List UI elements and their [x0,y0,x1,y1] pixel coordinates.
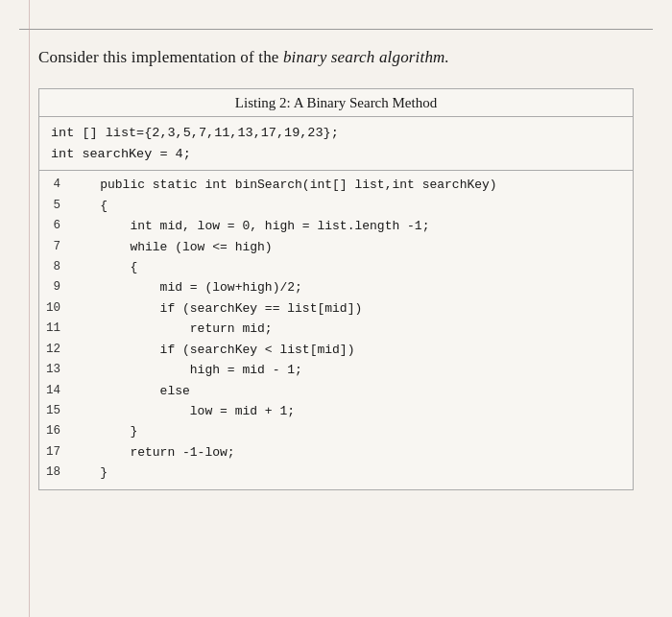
code-line-9: 9 mid = (low+high)/2; [39,277,633,297]
line-number-13: 13 [39,360,70,380]
page-container: Consider this implementation of the bina… [0,0,672,617]
code-line-6: 6 int mid, low = 0, high = list.length -… [39,216,633,236]
line-number-11: 11 [39,319,70,339]
line-code-16: } [70,421,633,441]
line-number-7: 7 [39,237,70,257]
line-number-12: 12 [39,340,70,360]
top-line [19,29,653,30]
code-header: int [] list={2,3,5,7,11,13,17,19,23}; in… [39,117,633,171]
listing-box: Listing 2: A Binary Search Method int []… [38,88,634,490]
code-line-15: 15 low = mid + 1; [39,401,633,421]
left-margin [29,0,30,617]
line-code-14: else [70,381,633,401]
code-line-10: 10 if (searchKey == list[mid]) [39,298,633,319]
line-code-17: return -1-low; [70,442,633,463]
code-line-5: 5 { [39,196,633,216]
line-code-12: if (searchKey < list[mid]) [70,340,633,360]
line-number-15: 15 [39,401,70,421]
code-line-16: 16 } [39,421,633,441]
line-number-18: 18 [39,463,70,483]
listing-title: Listing 2: A Binary Search Method [39,89,633,117]
line-number-10: 10 [39,298,70,319]
line-number-6: 6 [39,216,70,236]
line-code-4: public static int binSearch(int[] list,i… [70,175,633,195]
line-code-10: if (searchKey == list[mid]) [70,298,633,319]
code-line-18: 18 } [39,463,633,483]
line-code-15: low = mid + 1; [70,401,633,421]
line-code-9: mid = (low+high)/2; [70,277,633,297]
code-line-12: 12 if (searchKey < list[mid]) [39,340,633,360]
line-number-5: 5 [39,196,70,216]
line-number-8: 8 [39,257,70,277]
line-code-7: while (low <= high) [70,237,633,257]
line-number-14: 14 [39,381,70,401]
line-number-17: 17 [39,442,70,463]
intro-text: Consider this implementation of the bina… [38,48,634,67]
code-header-line-1: int [] list={2,3,5,7,11,13,17,19,23}; [51,123,621,144]
line-code-13: high = mid - 1; [70,360,633,380]
code-header-line-2: int searchKey = 4; [51,144,621,165]
code-line-17: 17 return -1-low; [39,442,633,463]
line-code-11: return mid; [70,319,633,339]
code-line-8: 8 { [39,257,633,277]
line-code-8: { [70,257,633,277]
line-code-5: { [70,196,633,216]
code-body: 4 public static int binSearch(int[] list… [39,171,633,489]
line-number-4: 4 [39,175,70,195]
line-code-6: int mid, low = 0, high = list.length -1; [70,216,633,236]
code-line-11: 11 return mid; [39,319,633,339]
code-line-4: 4 public static int binSearch(int[] list… [39,175,633,195]
code-line-7: 7 while (low <= high) [39,237,633,257]
line-code-18: } [70,463,633,483]
line-number-9: 9 [39,277,70,297]
line-number-16: 16 [39,421,70,441]
code-line-13: 13 high = mid - 1; [39,360,633,380]
code-line-14: 14 else [39,381,633,401]
